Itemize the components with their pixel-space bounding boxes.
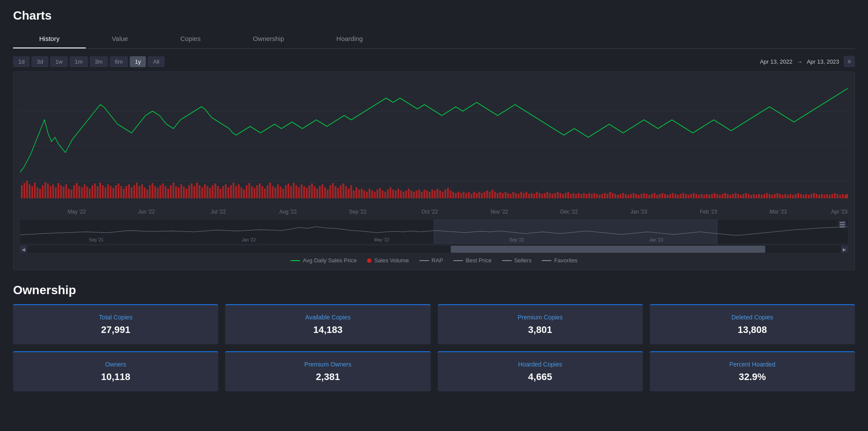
- svg-rect-71: [199, 185, 200, 198]
- svg-rect-150: [405, 190, 407, 198]
- svg-rect-175: [471, 194, 473, 198]
- svg-rect-124: [337, 188, 339, 198]
- svg-rect-197: [528, 194, 530, 198]
- svg-rect-246: [656, 195, 658, 198]
- tab-value[interactable]: Value: [86, 30, 154, 48]
- time-btn-1d[interactable]: 1d: [13, 56, 30, 67]
- stat-value-hoarded-copies: 4,665: [448, 371, 632, 383]
- svg-rect-289: [769, 194, 770, 198]
- svg-rect-6: [29, 184, 30, 198]
- svg-rect-183: [492, 190, 493, 198]
- legend-best-price-label: Best Price: [466, 257, 491, 264]
- svg-rect-61: [172, 183, 174, 198]
- svg-rect-46: [133, 185, 135, 198]
- chart-scrollbar[interactable]: ◀ ▶: [20, 246, 848, 253]
- svg-rect-291: [774, 194, 776, 198]
- stat-value-owners: 10,118: [24, 371, 208, 383]
- svg-rect-316: [839, 195, 841, 198]
- svg-rect-40: [118, 183, 119, 198]
- legend-sales-volume-icon: [367, 258, 372, 263]
- svg-rect-33: [99, 183, 101, 198]
- time-btn-3d[interactable]: 3d: [31, 56, 48, 67]
- svg-rect-142: [384, 192, 386, 198]
- svg-rect-80: [222, 186, 224, 198]
- main-container: Charts History Value Copies Ownership Ho…: [0, 0, 868, 400]
- scroll-right-button[interactable]: ▶: [841, 246, 848, 253]
- svg-rect-143: [387, 190, 388, 198]
- svg-rect-23: [73, 185, 75, 198]
- tab-copies[interactable]: Copies: [154, 30, 227, 48]
- svg-rect-105: [287, 183, 289, 198]
- svg-rect-94: [259, 183, 260, 198]
- svg-rect-209: [560, 193, 561, 198]
- svg-rect-149: [402, 192, 404, 198]
- ownership-section: Ownership Total Copies 27,991 Available …: [13, 283, 855, 391]
- svg-rect-38: [112, 188, 114, 198]
- svg-rect-207: [554, 193, 556, 198]
- svg-rect-66: [186, 189, 187, 198]
- svg-text:Jan '22: Jan '22: [242, 238, 256, 242]
- svg-rect-99: [272, 186, 274, 198]
- svg-rect-70: [196, 183, 198, 198]
- svg-rect-25: [78, 186, 80, 198]
- svg-rect-228: [609, 192, 611, 198]
- svg-rect-14: [50, 186, 51, 198]
- svg-rect-301: [800, 194, 802, 198]
- stat-card-deleted-copies: Deleted Copies 13,808: [650, 304, 855, 344]
- svg-rect-308: [818, 195, 820, 198]
- svg-rect-189: [507, 193, 509, 198]
- tab-history[interactable]: History: [13, 30, 86, 48]
- time-btn-3m[interactable]: 3m: [90, 56, 108, 67]
- stat-card-total-copies: Total Copies 27,991: [13, 304, 218, 344]
- svg-rect-213: [570, 194, 572, 198]
- svg-rect-237: [633, 193, 635, 198]
- svg-rect-242: [646, 194, 648, 198]
- svg-rect-131: [355, 187, 357, 198]
- tab-ownership[interactable]: Ownership: [227, 30, 311, 48]
- svg-rect-67: [188, 185, 190, 198]
- chart-menu-button[interactable]: ≡: [844, 56, 855, 67]
- stat-label-available-copies: Available Copies: [236, 314, 420, 321]
- scrollbar-thumb[interactable]: [451, 246, 765, 253]
- svg-rect-95: [261, 186, 263, 198]
- svg-rect-18: [60, 185, 62, 198]
- time-btn-all[interactable]: All: [148, 56, 164, 67]
- svg-rect-247: [659, 194, 661, 198]
- svg-rect-107: [293, 183, 294, 198]
- svg-rect-244: [651, 194, 653, 198]
- svg-rect-250: [667, 195, 669, 198]
- svg-rect-232: [620, 194, 621, 198]
- time-btn-1m[interactable]: 1m: [70, 56, 88, 67]
- svg-rect-288: [766, 193, 768, 198]
- stat-card-percent-hoarded: Percent Hoarded 32.9%: [650, 351, 855, 391]
- svg-rect-34: [102, 185, 104, 198]
- svg-rect-85: [235, 186, 237, 198]
- svg-text:Aug '22: Aug '22: [279, 209, 297, 215]
- svg-rect-226: [604, 193, 606, 198]
- svg-rect-231: [617, 195, 619, 198]
- svg-rect-89: [246, 185, 247, 198]
- svg-rect-236: [630, 194, 632, 198]
- svg-rect-28: [86, 187, 88, 198]
- svg-rect-176: [473, 192, 475, 198]
- charts-title: Charts: [13, 9, 855, 23]
- svg-rect-164: [442, 192, 444, 198]
- legend-sellers: Sellers: [502, 257, 532, 264]
- svg-rect-109: [298, 187, 300, 198]
- svg-rect-230: [615, 194, 616, 198]
- time-btn-1w[interactable]: 1w: [50, 56, 68, 67]
- svg-rect-78: [217, 186, 219, 198]
- svg-text:Sep '21: Sep '21: [89, 238, 104, 242]
- svg-rect-122: [332, 183, 334, 198]
- svg-rect-136: [368, 189, 370, 198]
- svg-rect-141: [382, 190, 383, 198]
- tab-hoarding[interactable]: Hoarding: [310, 30, 389, 48]
- svg-rect-314: [834, 193, 836, 198]
- svg-rect-157: [423, 190, 425, 198]
- scroll-left-button[interactable]: ◀: [20, 246, 27, 253]
- svg-rect-315: [837, 194, 838, 198]
- svg-rect-79: [220, 189, 221, 198]
- time-btn-6m[interactable]: 6m: [110, 56, 128, 67]
- svg-rect-260: [693, 193, 695, 198]
- time-btn-1y[interactable]: 1y: [130, 56, 146, 67]
